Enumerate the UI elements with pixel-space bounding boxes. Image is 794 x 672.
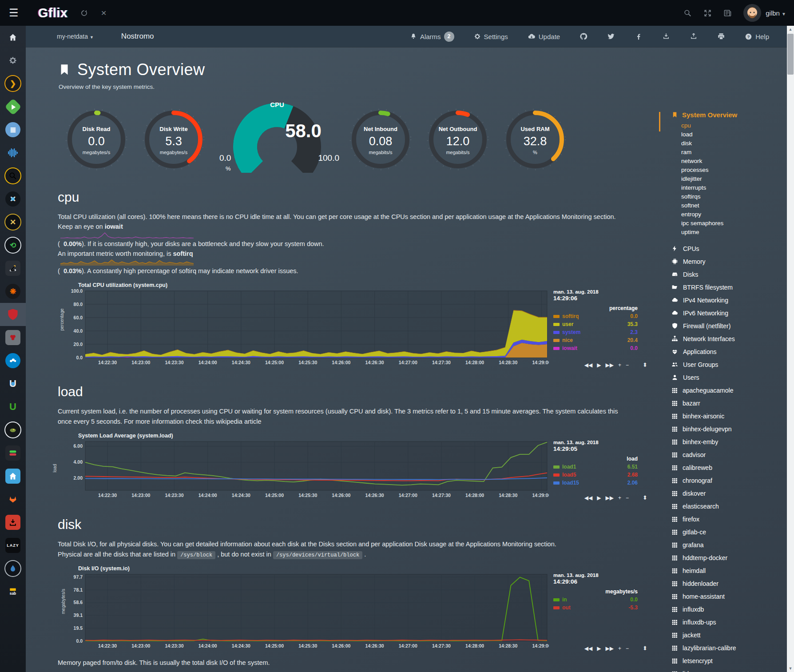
calibre-web-icon[interactable]: ≣	[0, 118, 26, 141]
emby-icon[interactable]	[0, 95, 26, 118]
news-icon[interactable]	[723, 9, 732, 17]
submenu-idlejitter[interactable]: idlejitter	[681, 175, 780, 183]
scroll-up-arrow[interactable]: ▲	[787, 26, 794, 33]
pinwheel-app-icon[interactable]: ✕	[0, 187, 26, 211]
menu-user-groups[interactable]: User Groups	[671, 358, 780, 371]
menu-ipv4-networking[interactable]: IPv4 Networking	[671, 294, 780, 306]
scrollbar[interactable]: ▲ ▼	[787, 26, 794, 672]
menu-app-diskover[interactable]: diskover	[671, 487, 780, 500]
disk-plot-area[interactable]: 14:22:3014:23:0014:23:3014:24:0014:24:30…	[65, 573, 549, 651]
menu-app-influxdb-ups[interactable]: influxdb-ups	[671, 616, 780, 628]
print-icon[interactable]	[717, 32, 725, 40]
import-icon[interactable]	[662, 32, 670, 40]
menu-network-interfaces[interactable]: Network Interfaces	[671, 332, 780, 345]
menu-app-lazylibrarian-calibre[interactable]: lazylibrarian-calibre	[671, 641, 780, 654]
chart-forward-button[interactable]: ▶▶	[606, 645, 614, 652]
menu-app-elasticsearch[interactable]: elasticsearch	[671, 500, 780, 513]
x-cross-app-icon[interactable]: ✕	[0, 211, 26, 234]
monitorr-icon[interactable]	[0, 441, 26, 465]
close-tab-icon[interactable]: ×	[101, 8, 106, 18]
menu-memory[interactable]: Memory	[671, 255, 780, 268]
lazylibrarian-icon[interactable]: LAZY	[0, 534, 26, 557]
menu-app-jackett[interactable]: jackett	[671, 628, 780, 641]
legend-row[interactable]: load152.06	[553, 480, 638, 486]
menu-app-binhex-emby[interactable]: binhex-emby	[671, 435, 780, 448]
chart-plus-button[interactable]: +	[618, 362, 621, 368]
refresh-icon[interactable]	[80, 9, 88, 17]
menu-app-hddtemp-docker[interactable]: hddtemp-docker	[671, 551, 780, 564]
menu-app-apacheguacamole[interactable]: apacheguacamole	[671, 384, 780, 397]
chart-rewind-button[interactable]: ◀◀	[584, 645, 592, 652]
menu-firewall-netfilter-[interactable]: Firewall (netfilter)	[671, 319, 780, 332]
chart-plus-button[interactable]: +	[618, 495, 621, 501]
legend-row[interactable]: in0.0	[553, 596, 638, 603]
downloader-app-icon[interactable]	[0, 511, 26, 534]
submenu-processes[interactable]: processes	[681, 166, 780, 175]
legend-row[interactable]: load16.51	[553, 464, 638, 470]
menu-app-binhex-delugevpn[interactable]: binhex-delugevpn	[671, 422, 780, 435]
search-icon[interactable]	[683, 9, 692, 17]
gitlab-icon[interactable]	[0, 488, 26, 511]
submenu-load[interactable]: load	[681, 130, 780, 139]
water-drop-app-icon[interactable]	[0, 557, 26, 580]
export-icon[interactable]	[690, 32, 698, 40]
chart-resize-handle[interactable]: ⬍	[643, 494, 647, 501]
twitter-icon[interactable]	[607, 32, 615, 40]
green-u-app-icon[interactable]: U	[0, 395, 26, 418]
plex-icon[interactable]: ❯	[0, 72, 26, 95]
chart-forward-button[interactable]: ▶▶	[606, 495, 614, 501]
legend-row[interactable]: softirq0.0	[553, 313, 638, 319]
swirl-app-icon[interactable]: ⟲	[0, 234, 26, 257]
menu-disks[interactable]: Disks	[671, 268, 780, 281]
airsonic-icon[interactable]	[0, 141, 26, 164]
cpu-plot-area[interactable]: 14:22:3014:23:0014:23:3014:24:0014:24:30…	[65, 289, 549, 367]
menu-applications[interactable]: Applications	[671, 345, 780, 358]
menu-app-cadvisor[interactable]: cadvisor	[671, 448, 780, 461]
chart-play-button[interactable]: ▶	[597, 362, 601, 368]
submenu-network[interactable]: network	[681, 157, 780, 166]
user-menu[interactable]: gilbn ▼	[766, 9, 786, 17]
chart-play-button[interactable]: ▶	[597, 495, 601, 501]
alarms-button[interactable]: Alarms2	[410, 32, 454, 42]
legend-row[interactable]: nice20.4	[553, 337, 638, 343]
settings-gear-icon[interactable]	[0, 49, 26, 72]
home-icon[interactable]	[0, 26, 26, 49]
menu-app-heimdall[interactable]: heimdall	[671, 564, 780, 577]
chart-rewind-button[interactable]: ◀◀	[584, 362, 592, 368]
menu-system-overview[interactable]: System Overview	[671, 111, 780, 119]
submenu-ipc-semaphores[interactable]: ipc semaphores	[681, 219, 780, 228]
menu-app-lidarr[interactable]: lidarr	[671, 667, 780, 672]
github-icon[interactable]	[580, 32, 588, 40]
netdata-host-dropdown[interactable]: my-netdata ▼	[57, 33, 94, 40]
legend-row[interactable]: out-5.3	[553, 604, 638, 611]
avatar[interactable]	[743, 4, 761, 22]
hamburger-menu-icon[interactable]: ☰	[9, 7, 19, 19]
facebook-icon[interactable]	[635, 32, 643, 40]
load-plot-area[interactable]: 14:22:3014:23:0014:23:3014:24:0014:24:30…	[65, 440, 549, 500]
menu-users[interactable]: Users	[671, 371, 780, 384]
menu-app-calibreweb[interactable]: calibreweb	[671, 461, 780, 474]
legend-row[interactable]: load52.68	[553, 472, 638, 478]
diskover-icon[interactable]	[0, 164, 26, 187]
chart-resize-handle[interactable]: ⬍	[643, 645, 647, 652]
grafana-icon[interactable]: ❋	[0, 280, 26, 303]
scroll-down-arrow[interactable]: ▼	[787, 665, 794, 672]
chart-plus-button[interactable]: +	[618, 645, 621, 652]
legend-row[interactable]: user35.3	[553, 321, 638, 327]
chart-minus-button[interactable]: −	[626, 362, 629, 368]
submenu-cpu[interactable]: cpu	[681, 121, 780, 130]
menu-app-influxdb[interactable]: influxdb	[671, 603, 780, 616]
settings-button[interactable]: Settings	[474, 33, 508, 40]
submenu-softnet[interactable]: softnet	[681, 201, 780, 210]
menu-app-chronograf[interactable]: chronograf	[671, 474, 780, 487]
menu-app-grafana[interactable]: grafana	[671, 538, 780, 551]
home-assistant-icon[interactable]	[0, 465, 26, 488]
ubooquity-icon[interactable]: U	[0, 372, 26, 395]
help-button[interactable]: ?Help	[745, 33, 769, 40]
sabnzbd-icon[interactable]: sab	[0, 580, 26, 603]
update-button[interactable]: Update	[528, 32, 560, 40]
menu-app-binhex-airsonic[interactable]: binhex-airsonic	[671, 410, 780, 422]
fullscreen-icon[interactable]	[703, 9, 712, 17]
submenu-uptime[interactable]: uptime	[681, 228, 780, 237]
menu-app-bazarr[interactable]: bazarr	[671, 397, 780, 410]
